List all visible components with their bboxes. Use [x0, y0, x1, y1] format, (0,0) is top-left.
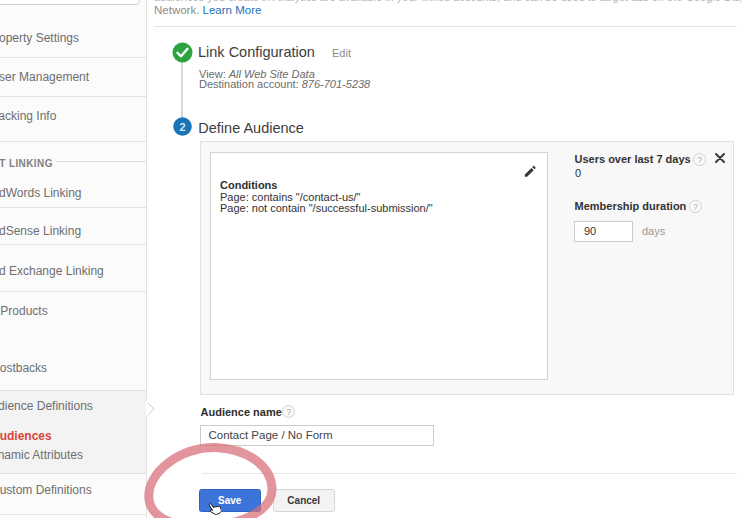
svg-text:?: ? — [697, 154, 702, 164]
svg-text:?: ? — [286, 406, 291, 416]
svg-text:2: 2 — [179, 121, 185, 133]
svg-text:?: ? — [693, 201, 698, 211]
